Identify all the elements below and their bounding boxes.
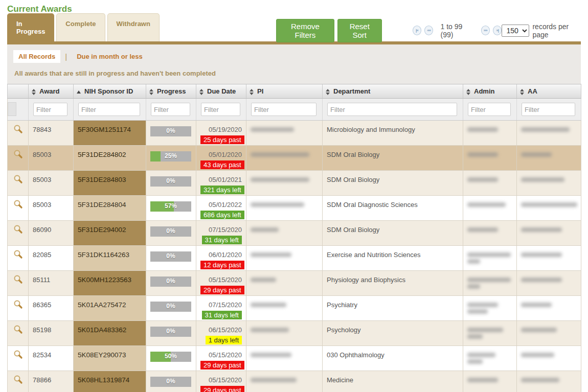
aa-cell — [517, 321, 581, 346]
table-row: 850035F31DE28480225%05/01/202043 days pa… — [8, 146, 581, 171]
magnifier-icon[interactable] — [13, 199, 23, 211]
due-date-cell: 05/19/202025 days past — [196, 121, 246, 146]
magnifier-icon[interactable] — [13, 375, 23, 386]
column-header-due-date[interactable]: Due Date — [196, 84, 246, 99]
progress-cell: 25% — [146, 146, 196, 171]
department-cell: SDM Oral Biology — [323, 221, 463, 246]
reset-sort-button[interactable]: Reset Sort — [337, 19, 382, 42]
progress-bar: 57% — [150, 201, 191, 212]
pi-cell — [246, 346, 323, 371]
column-label: Admin — [474, 87, 494, 95]
pagination: |« «« 1 to 99 (99) »» »| — [413, 22, 502, 39]
filter-input-aa[interactable] — [522, 103, 575, 116]
filter-input-nih-sponsor-id[interactable] — [78, 103, 140, 116]
row-actions-cell — [8, 171, 29, 196]
aa-cell — [517, 246, 581, 271]
column-header-progress[interactable]: Progress — [146, 84, 196, 99]
progress-label: 0% — [150, 303, 191, 310]
sort-both-icon — [326, 89, 330, 95]
progress-label: 25% — [150, 152, 191, 159]
admin-blurred-text — [467, 303, 498, 307]
filter-input-department[interactable] — [327, 103, 457, 116]
filter-input-award[interactable] — [33, 103, 67, 116]
pi-cell — [246, 221, 323, 246]
pi-cell — [246, 371, 323, 392]
magnifier-icon[interactable] — [13, 174, 23, 186]
column-header-award[interactable]: Award — [29, 84, 74, 99]
column-header-admin[interactable]: Admin — [463, 84, 517, 99]
due-status-badge: 29 days past — [200, 386, 244, 392]
department-cell: SDM Oral Biology — [323, 146, 463, 171]
due-date: 05/01/2022 — [209, 201, 242, 209]
due-date: 06/01/2020 — [209, 251, 242, 259]
column-header-pi[interactable]: PI — [246, 84, 323, 99]
row-actions-cell — [8, 221, 29, 246]
nih-sponsor-id-cell: 5K08EY290073 — [74, 346, 146, 371]
records-per-page-select[interactable]: 150 — [502, 25, 529, 37]
admin-blurred-text — [467, 177, 498, 182]
tab-bar: In ProgressCompleteWithdrawn — [7, 13, 160, 41]
column-header-department[interactable]: Department — [323, 84, 463, 99]
pagination-first-icon[interactable]: |« — [413, 26, 421, 35]
award-cell: 86090 — [29, 221, 74, 246]
due-date: 05/01/2020 — [209, 151, 242, 158]
due-date: 07/15/2020 — [209, 226, 242, 234]
magnifier-icon[interactable] — [13, 124, 23, 135]
magnifier-icon[interactable] — [13, 350, 23, 361]
magnifier-icon[interactable] — [13, 299, 23, 311]
pagination-prev-icon[interactable]: «« — [424, 26, 433, 35]
due-date-cell: 05/15/202029 days past — [196, 346, 246, 371]
pi-blurred-text — [251, 328, 289, 332]
column-label: Due Date — [207, 87, 236, 95]
due-status-badge: 686 days left — [200, 211, 244, 219]
column-header-aa[interactable]: AA — [517, 84, 581, 99]
admin-blurred-text — [467, 328, 503, 332]
progress-cell: 0% — [146, 121, 196, 146]
tab-complete[interactable]: Complete — [56, 13, 105, 41]
progress-bar: 0% — [150, 176, 191, 187]
award-cell: 85198 — [29, 321, 74, 346]
filter-input-due-date[interactable] — [201, 103, 240, 116]
award-cell: 78866 — [29, 371, 74, 392]
pagination-next-icon[interactable]: »» — [481, 26, 490, 35]
filter-input-admin[interactable] — [468, 103, 511, 116]
due-date: 06/15/2020 — [209, 326, 242, 334]
aa-cell — [517, 221, 581, 246]
sub-tab-all-records[interactable]: All Records — [13, 50, 60, 63]
admin-blurred-text — [467, 252, 511, 257]
magnifier-icon[interactable] — [13, 149, 23, 160]
magnifier-icon[interactable] — [13, 325, 23, 336]
admin-blurred-text — [467, 259, 480, 264]
admin-blurred-text — [467, 334, 483, 339]
tab-in-progress[interactable]: In Progress — [7, 13, 54, 41]
progress-bar: 0% — [150, 276, 191, 287]
column-label: NIH Sponsor ID — [84, 87, 133, 95]
page-title: Current Awards — [7, 4, 588, 14]
admin-cell — [463, 271, 517, 296]
progress-label: 0% — [150, 378, 191, 385]
row-actions-cell — [8, 296, 29, 321]
sub-tab-due-in-month-or-less[interactable]: Due in month or less — [72, 50, 148, 63]
progress-label: 0% — [150, 252, 191, 260]
tab-withdrawn[interactable]: Withdrawn — [107, 13, 160, 41]
award-cell: 82085 — [29, 246, 74, 271]
magnifier-icon[interactable] — [13, 224, 23, 236]
pi-cell — [246, 171, 323, 196]
filter-input-pi[interactable] — [251, 103, 316, 116]
magnifier-icon[interactable] — [13, 249, 23, 261]
column-header-icon — [8, 84, 29, 99]
due-date-cell: 05/15/202029 days past — [196, 271, 246, 296]
pagination-last-icon[interactable]: »| — [493, 26, 502, 35]
aa-blurred-text — [521, 252, 562, 257]
remove-filters-button[interactable]: Remove Filters — [276, 19, 334, 42]
progress-cell: 0% — [146, 246, 196, 271]
row-actions-cell — [8, 346, 29, 371]
pi-blurred-text — [251, 177, 309, 182]
filter-input-progress[interactable] — [151, 103, 190, 116]
table-filter-row — [8, 99, 581, 121]
row-actions-cell — [8, 271, 29, 296]
sort-both-icon — [466, 89, 470, 95]
sort-both-icon — [149, 89, 153, 95]
column-header-nih-sponsor-id[interactable]: NIH Sponsor ID — [74, 84, 146, 99]
magnifier-icon[interactable] — [13, 274, 23, 286]
